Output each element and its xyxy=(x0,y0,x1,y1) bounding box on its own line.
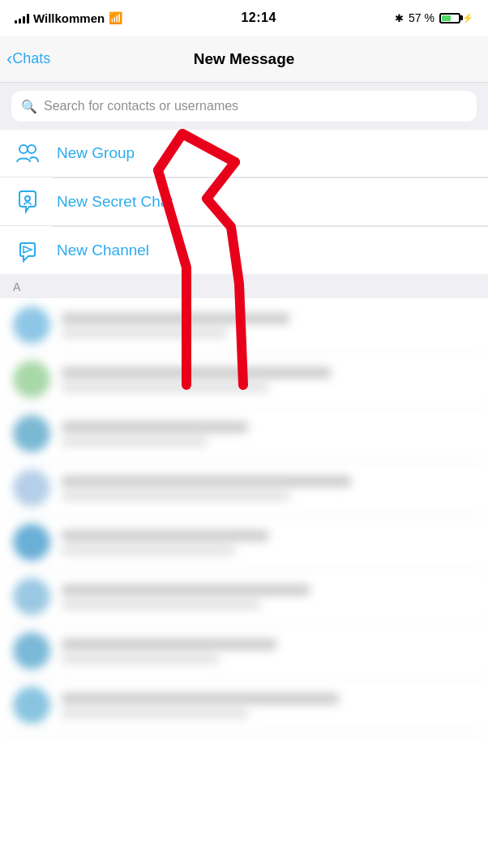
contact-status xyxy=(62,709,248,718)
battery-percent: 57 % xyxy=(409,11,434,24)
avatar xyxy=(13,632,50,669)
section-header-a: A xyxy=(0,274,488,298)
contact-status xyxy=(62,438,207,447)
contact-info xyxy=(62,476,475,501)
wifi-icon: 📶 xyxy=(109,11,122,24)
contact-item xyxy=(0,678,488,733)
new-channel-item[interactable]: New Channel xyxy=(0,227,488,274)
svg-point-2 xyxy=(25,196,30,201)
menu-section: New Group New Secret Chat New Channel xyxy=(0,130,488,274)
new-secret-chat-item[interactable]: New Secret Chat xyxy=(0,178,488,226)
carrier-label: Willkommen xyxy=(33,11,105,25)
contact-name xyxy=(62,639,276,650)
status-left: Willkommen 📶 xyxy=(15,11,122,25)
contact-name xyxy=(62,693,339,704)
contact-info xyxy=(62,584,475,609)
avatar xyxy=(13,686,50,724)
avatar xyxy=(13,469,50,507)
new-channel-label: New Channel xyxy=(57,242,149,259)
avatar xyxy=(13,306,50,344)
status-right: ✱ 57 % ⚡ xyxy=(395,11,473,24)
battery-fill xyxy=(442,15,451,21)
nav-bar: ‹ Chats New Message xyxy=(0,36,488,83)
contact-item xyxy=(0,407,488,461)
contact-info xyxy=(62,693,475,718)
avatar xyxy=(13,361,50,398)
avatar xyxy=(13,578,50,615)
contact-item xyxy=(0,298,488,353)
contact-info xyxy=(62,421,475,447)
contact-name xyxy=(62,367,331,378)
back-label: Chats xyxy=(12,50,50,67)
contact-status xyxy=(62,329,227,338)
back-button[interactable]: ‹ Chats xyxy=(6,49,50,70)
new-group-icon xyxy=(13,141,42,165)
contact-status xyxy=(62,601,260,609)
search-bar[interactable]: 🔍 Search for contacts or usernames xyxy=(11,91,477,122)
new-secret-chat-icon xyxy=(13,190,42,214)
contact-status xyxy=(62,383,268,392)
new-channel-icon xyxy=(13,238,42,263)
time-display: 12:14 xyxy=(241,11,276,25)
contact-status xyxy=(62,492,289,501)
search-icon: 🔍 xyxy=(21,99,37,114)
svg-point-0 xyxy=(19,145,28,153)
contact-info xyxy=(62,639,475,664)
bluetooth-icon: ✱ xyxy=(395,12,404,24)
signal-bars-icon xyxy=(15,12,29,24)
contact-item xyxy=(0,353,488,407)
charging-bolt-icon: ⚡ xyxy=(462,13,473,24)
avatar xyxy=(13,524,50,561)
contact-name xyxy=(62,584,310,596)
contact-status xyxy=(62,655,219,664)
contact-name xyxy=(62,530,268,541)
contact-name xyxy=(62,476,351,487)
contact-info xyxy=(62,530,475,555)
contact-item xyxy=(0,624,488,678)
new-group-label: New Group xyxy=(57,144,135,162)
search-input[interactable]: Search for contacts or usernames xyxy=(44,99,238,113)
contacts-section xyxy=(0,298,488,733)
chevron-left-icon: ‹ xyxy=(6,49,12,70)
contact-info xyxy=(62,313,475,338)
contact-item xyxy=(0,515,488,570)
svg-point-1 xyxy=(28,145,36,153)
contact-name xyxy=(62,421,248,433)
page-title: New Message xyxy=(194,50,295,68)
contact-item xyxy=(0,461,488,515)
contact-info xyxy=(62,367,475,392)
new-secret-chat-label: New Secret Chat xyxy=(57,193,173,211)
status-bar: Willkommen 📶 12:14 ✱ 57 % ⚡ xyxy=(0,0,488,36)
contact-name xyxy=(62,313,289,324)
search-container: 🔍 Search for contacts or usernames xyxy=(0,83,488,130)
contact-item xyxy=(0,570,488,624)
contact-status xyxy=(62,546,235,555)
avatar xyxy=(13,415,50,452)
new-group-item[interactable]: New Group xyxy=(0,130,488,177)
battery-icon xyxy=(439,13,460,24)
